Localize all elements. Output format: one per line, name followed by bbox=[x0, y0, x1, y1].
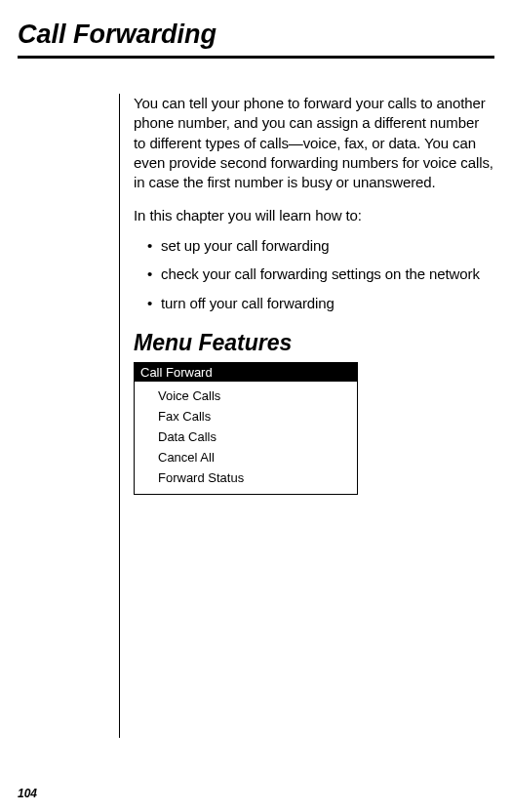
bullet-list: set up your call forwarding check your c… bbox=[134, 236, 494, 313]
content-column: You can tell your phone to forward your … bbox=[119, 94, 494, 738]
chapter-title: Call Forwarding bbox=[18, 20, 494, 50]
menu-item: Fax Calls bbox=[135, 406, 357, 426]
menu-item: Voice Calls bbox=[135, 386, 357, 406]
lead-line: In this chapter you will learn how to: bbox=[134, 206, 494, 225]
menu-body: Voice Calls Fax Calls Data Calls Cancel … bbox=[135, 382, 357, 494]
page-number: 104 bbox=[18, 787, 37, 800]
page: Call Forwarding You can tell your phone … bbox=[0, 0, 512, 812]
menu-item: Data Calls bbox=[135, 426, 357, 447]
menu-item: Forward Status bbox=[135, 467, 357, 488]
menu-table: Call Forward Voice Calls Fax Calls Data … bbox=[134, 362, 358, 495]
list-item: turn off your call forwarding bbox=[134, 294, 494, 313]
intro-paragraph: You can tell your phone to forward your … bbox=[134, 94, 494, 192]
section-heading: Menu Features bbox=[134, 330, 494, 356]
menu-item: Cancel All bbox=[135, 447, 357, 467]
list-item: set up your call forwarding bbox=[134, 236, 494, 256]
menu-header: Call Forward bbox=[135, 363, 357, 382]
title-rule bbox=[18, 56, 494, 59]
list-item: check your call forwarding settings on t… bbox=[134, 264, 494, 284]
